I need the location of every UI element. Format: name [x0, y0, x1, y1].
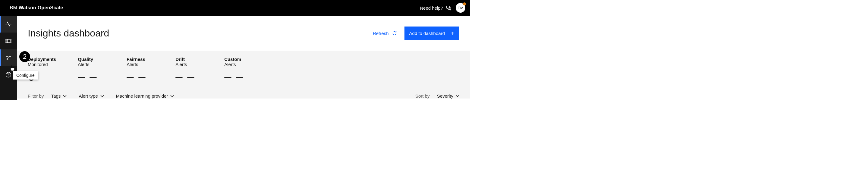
filter-row: Filter by Tags Alert type Machine learni… — [17, 87, 470, 98]
severity-dropdown[interactable]: Severity — [437, 93, 459, 98]
metric-deployments: Deployments Monitored 0 — [28, 57, 56, 84]
svg-point-1 — [8, 75, 9, 76]
metrics-strip: Deployments Monitored 0 Quality Alerts –… — [17, 51, 470, 87]
filter-by-group: Filter by Tags — [28, 93, 67, 98]
chevron-down-icon — [456, 95, 459, 97]
nav-configure[interactable] — [0, 50, 17, 66]
metric-fairness: Fairness Alerts – – — [127, 57, 154, 84]
metric-title: Quality — [78, 57, 105, 62]
tooltip-label: Configure — [16, 73, 35, 78]
metric-title: Custom — [224, 57, 251, 62]
page-actions: Refresh Add to dashboard + — [373, 27, 459, 40]
activity-icon — [5, 21, 12, 27]
sort-by-group: Sort by Severity — [415, 93, 459, 98]
alert-type-dropdown[interactable]: Alert type — [79, 93, 104, 98]
header-right: Need help? EM — [420, 3, 465, 13]
chevron-down-icon — [100, 95, 104, 97]
tooltip-configure: Configure — [13, 71, 38, 80]
severity-label: Severity — [437, 93, 453, 98]
need-help-button[interactable]: Need help? — [420, 5, 452, 11]
metric-drift: Drift Alerts – – — [176, 57, 203, 84]
need-help-label: Need help? — [420, 5, 443, 10]
provider-label: Machine learning provider — [116, 93, 168, 98]
nav-insights[interactable] — [0, 16, 17, 33]
chevron-down-icon — [63, 95, 67, 97]
brand-main: Watson OpenScale — [19, 5, 63, 10]
refresh-icon — [392, 30, 397, 36]
nav-rail — [0, 16, 17, 100]
nav-explain[interactable] — [0, 33, 17, 50]
provider-dropdown[interactable]: Machine learning provider — [116, 93, 174, 98]
add-to-dashboard-button[interactable]: Add to dashboard + — [404, 27, 459, 40]
chevron-down-icon — [170, 95, 174, 97]
filter-by-label: Filter by — [28, 93, 44, 98]
metric-subtitle: Alerts — [176, 62, 203, 67]
cursor-pointer-icon — [10, 64, 16, 72]
refresh-label: Refresh — [373, 31, 389, 36]
metric-subtitle: Alerts — [224, 62, 251, 67]
metric-value: – – — [127, 69, 154, 84]
brand-prefix: IBM — [8, 5, 17, 10]
add-label: Add to dashboard — [409, 31, 445, 36]
metric-title: Deployments — [28, 57, 56, 62]
metric-title: Drift — [176, 57, 203, 62]
page-header: Insights dashboard Refresh Add to dashbo… — [17, 16, 470, 51]
tags-dropdown[interactable]: Tags — [51, 93, 67, 98]
notification-dot-icon — [463, 2, 466, 5]
help-icon — [5, 71, 12, 78]
metric-value: – – — [224, 69, 251, 84]
chat-icon — [445, 5, 452, 11]
step-badge: 2 — [19, 51, 30, 62]
plus-icon: + — [451, 30, 455, 36]
metric-subtitle: Alerts — [127, 62, 154, 67]
settings-adjust-icon — [5, 55, 12, 61]
sort-by-label: Sort by — [415, 93, 430, 98]
app-header: IBM Watson OpenScale Need help? EM — [0, 0, 470, 16]
metric-title: Fairness — [127, 57, 154, 62]
step-badge-number: 2 — [23, 53, 27, 61]
main: Insights dashboard Refresh Add to dashbo… — [17, 16, 470, 100]
brand: IBM Watson OpenScale — [8, 5, 63, 10]
metric-value: – – — [78, 69, 105, 84]
tags-label: Tags — [51, 93, 61, 98]
filter-left: Filter by Tags Alert type Machine learni… — [28, 93, 174, 98]
alert-type-label: Alert type — [79, 93, 98, 98]
refresh-button[interactable]: Refresh — [373, 30, 397, 36]
page-title: Insights dashboard — [28, 28, 109, 39]
avatar[interactable]: EM — [456, 3, 465, 13]
metric-value: – – — [176, 69, 203, 84]
metric-quality: Quality Alerts – – — [78, 57, 105, 84]
metric-subtitle: Monitored — [28, 62, 56, 67]
metric-custom: Custom Alerts – – — [224, 57, 251, 84]
ticket-icon — [5, 38, 12, 44]
metric-subtitle: Alerts — [78, 62, 105, 67]
avatar-initials: EM — [458, 6, 464, 10]
